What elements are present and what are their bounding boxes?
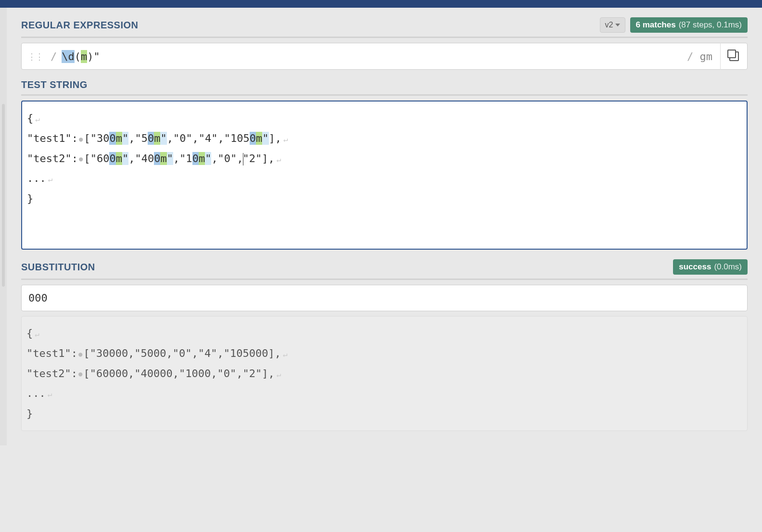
return-symbol: ↵ <box>46 175 53 184</box>
output-line: {↵ <box>26 323 742 343</box>
substitution-value: 000 <box>28 292 48 304</box>
regex-input-row: ⋮⋮ / \d(m)" / gm <box>21 43 748 70</box>
regex-pattern-input[interactable]: \d(m)" <box>59 51 684 63</box>
regex-flags: gm <box>700 51 713 63</box>
output-line: } <box>26 404 742 424</box>
match-detail: (87 steps, 0.1ms) <box>679 20 742 30</box>
substitution-status-badge: success (0.0ms) <box>673 259 748 275</box>
match-count: 6 matches <box>636 20 676 30</box>
regex-close-slash: / <box>687 51 693 63</box>
divider <box>21 94 748 96</box>
match-count-badge: 6 matches (87 steps, 0.1ms) <box>630 17 748 33</box>
test-section-header: TEST STRING <box>21 70 748 94</box>
copy-icon <box>729 51 739 61</box>
top-nav-bar <box>0 0 762 8</box>
substitution-input[interactable]: 000 <box>21 285 748 311</box>
copy-button[interactable] <box>720 43 747 70</box>
divider <box>21 279 748 280</box>
regex-section-header: REGULAR EXPRESSION v2 6 matches (87 step… <box>21 8 748 37</box>
test-line: } <box>27 189 742 209</box>
regex-group-close: ) <box>87 51 93 63</box>
regex-title: REGULAR EXPRESSION <box>21 20 138 31</box>
version-selector[interactable]: v2 <box>600 17 625 33</box>
regex-flags-area[interactable]: / gm <box>684 51 720 63</box>
test-line: {↵ <box>27 108 742 128</box>
return-symbol: ↵ <box>275 370 281 379</box>
test-line: "test2":●["600m","400m","10m","0","2"],↵ <box>27 149 742 169</box>
divider <box>21 37 748 38</box>
return-symbol: ↵ <box>281 135 288 144</box>
regex-token-d: \d <box>62 50 75 63</box>
return-symbol: ↵ <box>46 390 52 399</box>
side-rail <box>0 8 7 445</box>
output-line: ...↵ <box>26 383 742 404</box>
scroll-gutter[interactable] <box>2 104 5 287</box>
substitution-output: {↵ "test1":●["30000,"5000,"0","4","10500… <box>21 316 748 431</box>
test-string-input[interactable]: {↵ "test1":●["300m","50m","0","4","1050m… <box>21 101 748 250</box>
output-line: "test2":●["60000,"40000,"1000,"0","2"],↵ <box>26 364 742 384</box>
regex-group-open: ( <box>75 51 81 63</box>
chevron-down-icon <box>615 24 620 26</box>
test-line: "test1":●["300m","50m","0","4","1050m"],… <box>27 128 742 149</box>
return-symbol: ↵ <box>33 114 40 124</box>
regex-open-slash: / <box>49 51 59 63</box>
test-title: TEST STRING <box>21 79 88 90</box>
return-symbol: ↵ <box>281 350 288 359</box>
test-line: ...↵ <box>27 168 742 189</box>
regex-group-inner: m <box>81 50 87 63</box>
space-marker: ● <box>78 155 84 163</box>
space-marker: ● <box>78 135 84 143</box>
output-line: "test1":●["30000,"5000,"0","4","105000],… <box>26 343 742 364</box>
space-marker: ● <box>77 350 83 358</box>
substitution-section-header: SUBSTITUTION success (0.0ms) <box>21 250 748 279</box>
return-symbol: ↵ <box>275 155 281 164</box>
space-marker: ● <box>77 370 83 378</box>
return-symbol: ↵ <box>33 329 39 339</box>
version-label: v2 <box>605 21 613 29</box>
sub-status-label: success <box>679 262 711 272</box>
substitution-title: SUBSTITUTION <box>21 262 95 273</box>
drag-handle-icon[interactable]: ⋮⋮ <box>22 51 49 62</box>
sub-status-time: (0.0ms) <box>714 262 742 272</box>
regex-trailing: " <box>94 51 100 63</box>
